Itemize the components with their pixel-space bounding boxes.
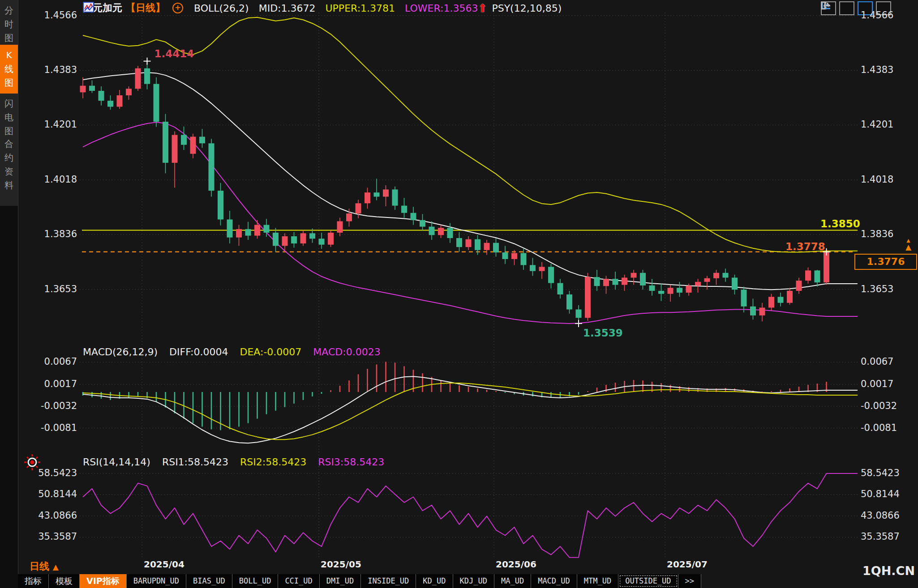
candle-body	[456, 238, 462, 247]
candle-body	[374, 192, 380, 196]
candle-body	[199, 137, 205, 144]
indicator-tab-kdud[interactable]: KD_UD	[416, 574, 453, 588]
indicator-tab-bollud[interactable]: BOLL_UD	[232, 574, 279, 588]
indicator-tab-outsideud[interactable]: OUTSIDE_UD	[618, 574, 678, 588]
candle-body	[181, 135, 187, 145]
macd-diff-line	[83, 376, 858, 443]
candle-body	[218, 191, 223, 219]
candle-body	[99, 91, 104, 101]
candle-body	[576, 309, 582, 318]
candle-body	[190, 137, 196, 154]
candle-body	[392, 189, 398, 205]
candle-body	[521, 253, 527, 265]
candle-body	[558, 283, 563, 294]
macd-header: MACD(26,12,9) DIFF:0.0004 DEA:-0.0007 MA…	[83, 346, 381, 358]
candle-body	[319, 239, 325, 244]
low-price-label: 1.3539	[583, 327, 623, 339]
candle-body	[668, 288, 673, 294]
candle-body	[695, 282, 701, 286]
macd-axis-label-right: 0.0017	[861, 379, 893, 389]
chart-plot-area[interactable]	[0, 0, 918, 588]
candle-body	[778, 297, 784, 303]
macd-axis-label-right: -0.0081	[861, 422, 897, 433]
indicator-tab-gtgt[interactable]: >>	[678, 574, 701, 588]
candle-body	[677, 288, 682, 293]
yellow-line-price-label: 1.3850	[820, 218, 860, 230]
rsi-title[interactable]: RSI(14,14,14)	[83, 456, 150, 468]
x-axis-month-label: 2025/05	[321, 559, 361, 570]
candle-body	[154, 84, 159, 122]
candle-body	[245, 229, 251, 236]
candle-body	[420, 220, 425, 227]
indicator-tab-dmiud[interactable]: DMI_UD	[320, 574, 361, 588]
indicator-tab-insideud[interactable]: INSIDE_UD	[361, 574, 416, 588]
indicator-tab-kdjud[interactable]: KDJ_UD	[453, 574, 494, 588]
candle-body	[530, 265, 536, 271]
candle-body	[603, 279, 609, 286]
indicator-tab-bar: 指标模板VIP指标BARUPDN_UDBIAS_UDBOLL_UDCCI_UDD…	[18, 574, 701, 588]
candle-body	[264, 225, 270, 233]
candle-body	[117, 95, 123, 107]
candle-body	[741, 290, 747, 307]
candle-body	[273, 233, 279, 246]
main-axis-label-left: 1.3836	[18, 229, 77, 239]
macd-axis-label-right: 0.0067	[861, 356, 893, 367]
main-axis-label-left: 1.4566	[18, 10, 77, 21]
candle-body	[438, 228, 444, 235]
rsi-axis-label-right: 50.8144	[861, 489, 900, 499]
x-axis-month-label: 2025/06	[496, 559, 536, 570]
indicator-tab-macdud[interactable]: MACD_UD	[531, 574, 577, 588]
x-axis-month-label: 2025/04	[144, 559, 184, 570]
candle-body	[704, 278, 710, 282]
price-up-arrows-icon: ▲▲	[905, 238, 911, 250]
indicator-tab-barupdnud[interactable]: BARUPDN_UD	[127, 574, 186, 588]
indicator-tab-maud[interactable]: MA_UD	[494, 574, 531, 588]
macd-axis-label-left: 0.0067	[18, 356, 77, 367]
indicator-tab-指标[interactable]: 指标	[18, 574, 49, 588]
indicator-tab-mtmud[interactable]: MTM_UD	[577, 574, 618, 588]
macd-title[interactable]: MACD(26,12,9)	[83, 346, 158, 358]
main-axis-label-right: 1.3836	[861, 229, 893, 239]
rsi-axis-label-left: 35.3587	[18, 531, 77, 542]
indicator-tab-模板[interactable]: 模板	[49, 574, 80, 588]
candle-body	[759, 307, 765, 315]
candle-body	[365, 192, 370, 203]
candle-body	[732, 277, 738, 290]
indicator-tab-biasud[interactable]: BIAS_UD	[186, 574, 232, 588]
indicator-tab-cciud[interactable]: CCI_UD	[278, 574, 319, 588]
rsi-axis-label-right: 35.3587	[861, 531, 900, 542]
macd-axis-label-left: 0.0017	[18, 379, 77, 389]
macd-dea-value: DEA:-0.0007	[240, 346, 302, 358]
candle-body	[548, 267, 554, 283]
main-axis-label-left: 1.4383	[18, 64, 77, 75]
candle-body	[300, 233, 306, 243]
candle-body	[787, 291, 793, 303]
period-selector[interactable]: 日线 ▲	[30, 560, 59, 573]
candle-body	[107, 101, 113, 107]
macd-axis-label-right: -0.0032	[861, 401, 897, 411]
candle-body	[502, 252, 508, 259]
main-axis-label-right: 1.4566	[861, 10, 893, 21]
candle-body	[511, 253, 517, 259]
rsi1-value: RSI1:58.5423	[162, 456, 228, 468]
candle-body	[126, 89, 132, 95]
boll-mid-line	[83, 72, 858, 290]
rsi-axis-label-left: 43.0866	[18, 510, 77, 521]
candle-body	[631, 273, 637, 278]
candle-body	[227, 219, 233, 237]
dashed-line-price-label: 1.3778	[785, 241, 825, 252]
candle-body	[89, 86, 95, 91]
main-axis-label-right: 1.3653	[861, 284, 893, 294]
candle-body	[172, 135, 178, 162]
candle-body	[815, 270, 820, 282]
candle-body	[328, 233, 334, 245]
trading-app-window: 分时图K线图闪电图合约资料 美元加元 【日线】 + BOLL(26,2) MID…	[0, 0, 918, 588]
candle-body	[475, 239, 480, 250]
peak-price-label: 1.4414	[154, 48, 194, 60]
candle-body	[135, 68, 141, 89]
macd-axis-label-left: -0.0081	[18, 422, 77, 433]
main-axis-label-right: 1.4201	[861, 119, 893, 130]
rsi3-value: RSI3:58.5423	[318, 456, 384, 468]
candle-body	[622, 277, 627, 285]
indicator-tab-vip指标[interactable]: VIP指标	[80, 574, 127, 588]
